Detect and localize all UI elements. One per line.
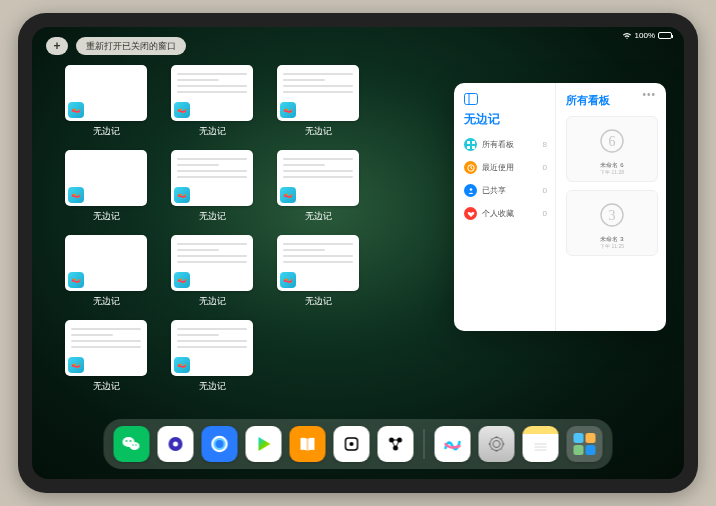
dock-app-dice[interactable]	[334, 426, 370, 462]
board-time: 下午 11:25	[600, 243, 624, 249]
sidebar-item-all-boards[interactable]: 所有看板 8	[464, 138, 547, 151]
board-time: 下午 11:28	[600, 169, 624, 175]
window-label: 无边记	[93, 380, 120, 393]
sidebar-item-label: 最近使用	[482, 162, 538, 173]
svg-rect-42	[586, 433, 596, 443]
window-card[interactable]: 无边记	[60, 235, 152, 308]
dock-app-quark[interactable]	[158, 426, 194, 462]
svg-point-15	[130, 440, 132, 442]
sidebar-item-count: 0	[543, 186, 547, 195]
dock-app-qqbrowser[interactable]	[202, 426, 238, 462]
new-window-button[interactable]: +	[46, 37, 68, 55]
window-label: 无边记	[199, 125, 226, 138]
window-label: 无边记	[93, 295, 120, 308]
window-card[interactable]: 无边记	[166, 150, 258, 223]
svg-point-7	[469, 188, 472, 191]
dock-app-notes[interactable]	[523, 426, 559, 462]
dock-app-books[interactable]	[290, 426, 326, 462]
svg-text:6: 6	[609, 134, 616, 149]
board-thumbnail: 6	[594, 123, 630, 159]
window-label: 无边记	[199, 295, 226, 308]
svg-point-16	[132, 444, 133, 445]
topbar: + 重新打开已关闭的窗口	[46, 37, 186, 55]
window-label: 无边记	[305, 210, 332, 223]
ipad-frame: 100% + 重新打开已关闭的窗口 无边记 无边记 无边记 无边记 无边记 无边…	[18, 13, 698, 493]
more-icon[interactable]: •••	[642, 89, 656, 100]
dock-app-play[interactable]	[246, 426, 282, 462]
screen: 100% + 重新打开已关闭的窗口 无边记 无边记 无边记 无边记 无边记 无边…	[32, 27, 684, 479]
svg-rect-2	[467, 141, 470, 144]
window-label: 无边记	[305, 125, 332, 138]
freeform-icon	[174, 357, 190, 373]
dock	[104, 419, 613, 469]
svg-rect-0	[465, 94, 478, 105]
window-card[interactable]: 无边记	[60, 65, 152, 138]
freeform-icon	[68, 357, 84, 373]
svg-rect-3	[472, 141, 475, 144]
board-card[interactable]: 3 未命名 3下午 11:25	[566, 190, 658, 256]
grid-icon	[464, 138, 477, 151]
sidebar-item-recent[interactable]: 最近使用 0	[464, 161, 547, 174]
battery-icon	[658, 32, 672, 39]
freeform-icon	[174, 102, 190, 118]
board-name: 未命名 6	[600, 162, 624, 169]
freeform-icon	[280, 187, 296, 203]
battery-pct: 100%	[635, 31, 655, 40]
freeform-icon	[280, 102, 296, 118]
people-icon	[464, 184, 477, 197]
dock-app-library[interactable]	[567, 426, 603, 462]
sidebar-item-label: 个人收藏	[482, 208, 538, 219]
window-card[interactable]: 无边记	[166, 65, 258, 138]
window-card[interactable]: 无边记	[272, 235, 364, 308]
freeform-icon	[68, 272, 84, 288]
svg-point-14	[126, 440, 128, 442]
dock-app-graph[interactable]	[378, 426, 414, 462]
svg-point-17	[135, 444, 136, 445]
sidebar-item-count: 0	[543, 163, 547, 172]
window-label: 无边记	[93, 210, 120, 223]
reopen-closed-window-button[interactable]: 重新打开已关闭的窗口	[76, 37, 186, 55]
sidebar-item-label: 已共享	[482, 185, 538, 196]
sidebar-item-shared[interactable]: 已共享 0	[464, 184, 547, 197]
freeform-icon	[68, 102, 84, 118]
svg-text:3: 3	[609, 208, 616, 223]
window-card[interactable]: 无边记	[272, 65, 364, 138]
freeform-icon	[280, 272, 296, 288]
clock-icon	[464, 161, 477, 174]
window-card[interactable]: 无边记	[60, 150, 152, 223]
svg-rect-43	[574, 445, 584, 455]
heart-icon	[464, 207, 477, 220]
window-card[interactable]: 无边记	[60, 320, 152, 393]
popover-sidebar: 无边记 所有看板 8 最近使用 0 已共享 0	[454, 83, 556, 331]
dock-app-wechat[interactable]	[114, 426, 150, 462]
freeform-icon	[174, 272, 190, 288]
board-name: 未命名 3	[600, 236, 624, 243]
dock-app-settings[interactable]	[479, 426, 515, 462]
svg-rect-5	[472, 146, 475, 149]
freeform-popover: ••• 无边记 所有看板 8 最近使用 0 已共享 0	[454, 83, 666, 331]
popover-title: 无边记	[464, 111, 547, 128]
window-card[interactable]: 无边记	[166, 320, 258, 393]
app-switcher-grid: 无边记 无边记 无边记 无边记 无边记 无边记 无边记 无边记 无边记 无边记 …	[60, 65, 364, 393]
window-card[interactable]: 无边记	[166, 235, 258, 308]
window-label: 无边记	[305, 295, 332, 308]
sidebar-item-favorites[interactable]: 个人收藏 0	[464, 207, 547, 220]
svg-point-13	[130, 442, 140, 450]
board-card[interactable]: 6 未命名 6下午 11:28	[566, 116, 658, 182]
sidebar-item-label: 所有看板	[482, 139, 538, 150]
board-thumbnail: 3	[594, 197, 630, 233]
svg-point-21	[215, 439, 225, 449]
sidebar-icon	[464, 93, 478, 105]
window-card[interactable]: 无边记	[272, 150, 364, 223]
svg-point-19	[173, 442, 178, 447]
wifi-icon	[622, 32, 632, 40]
window-label: 无边记	[199, 380, 226, 393]
svg-point-29	[493, 441, 500, 448]
sidebar-item-count: 0	[543, 209, 547, 218]
popover-content: 所有看板 6 未命名 6下午 11:28 3 未命名 3下午 11:25	[556, 83, 666, 331]
sidebar-item-count: 8	[543, 140, 547, 149]
status-bar: 100%	[622, 31, 672, 40]
freeform-icon	[68, 187, 84, 203]
window-label: 无边记	[199, 210, 226, 223]
dock-app-freeform[interactable]	[435, 426, 471, 462]
